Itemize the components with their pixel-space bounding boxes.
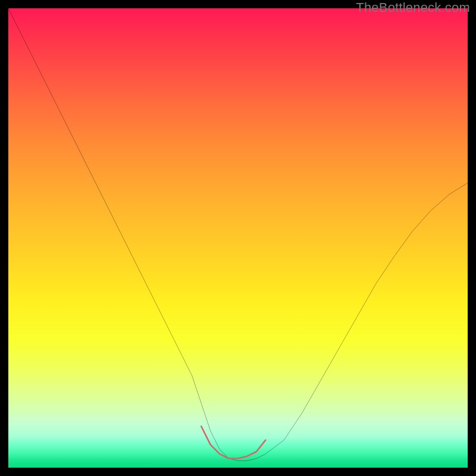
watermark-text: TheBottleneck.com (356, 0, 470, 15)
plot-area (8, 8, 468, 468)
curve-layer (8, 8, 468, 468)
bottleneck-curve (8, 8, 468, 461)
highlight-notch (201, 427, 265, 459)
